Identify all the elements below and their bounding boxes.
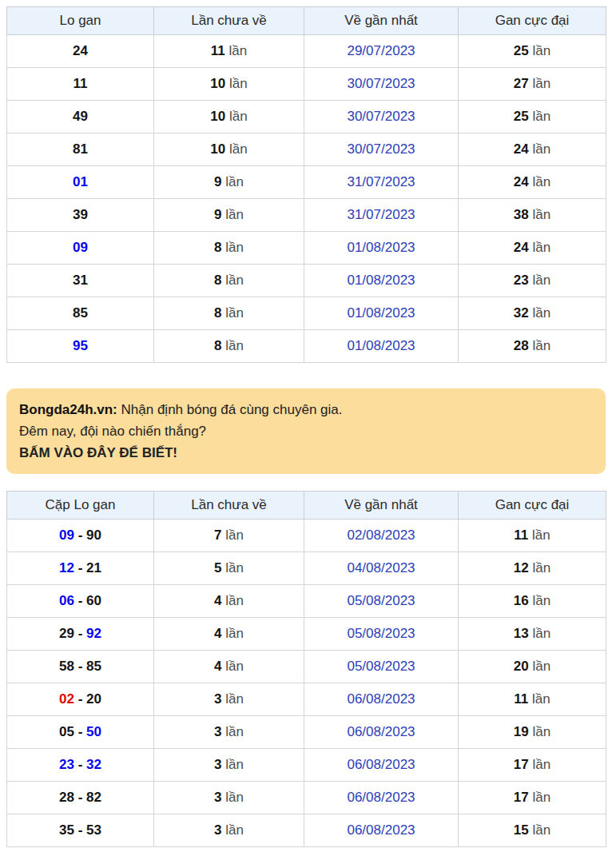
- pair-number-b: 20: [86, 691, 101, 707]
- table-row: 35 - 533 lần06/08/202315 lần: [7, 814, 606, 847]
- count-unit: lần: [225, 174, 244, 189]
- lo-gan-number[interactable]: 95: [73, 338, 88, 353]
- date-link[interactable]: 01/08/2023: [347, 305, 415, 321]
- pair-number-a[interactable]: 12: [59, 560, 74, 575]
- date-link[interactable]: 02/08/2023: [347, 528, 415, 543]
- times-missed-cell: 7 lần: [154, 520, 304, 552]
- pair-number-a[interactable]: 09: [59, 528, 74, 543]
- date-link[interactable]: 30/07/2023: [347, 109, 415, 124]
- pair-cell: 12 - 21: [7, 552, 154, 585]
- count-value: 9: [214, 207, 221, 222]
- times-missed-cell: 11 lần: [154, 35, 304, 68]
- count-value: 38: [514, 207, 529, 222]
- count-value: 10: [210, 141, 225, 157]
- date-link[interactable]: 01/08/2023: [347, 338, 415, 353]
- date-link[interactable]: 30/07/2023: [347, 76, 415, 91]
- lo-gan-number[interactable]: 01: [73, 174, 88, 189]
- count-value: 3: [214, 757, 221, 772]
- max-gan-cell: 17 lần: [459, 782, 606, 814]
- date-link[interactable]: 29/07/2023: [347, 43, 415, 58]
- max-gan-cell: 23 lần: [459, 265, 606, 297]
- count-unit: lần: [532, 174, 550, 189]
- count-unit: lần: [229, 43, 248, 58]
- date-link[interactable]: 06/08/2023: [347, 822, 415, 838]
- date-link[interactable]: 05/08/2023: [347, 659, 415, 674]
- count-value: 28: [514, 338, 529, 353]
- pair-number-a[interactable]: 06: [59, 593, 74, 608]
- date-link[interactable]: 04/08/2023: [347, 560, 415, 575]
- count-unit: lần: [532, 338, 550, 353]
- col-header-lo-gan: Lo gan: [7, 7, 154, 35]
- pair-table-header-row: Cặp Lo gan Lần chưa về Về gần nhất Gan c…: [7, 492, 606, 520]
- count-value: 8: [214, 305, 221, 321]
- pair-number-a[interactable]: 23: [59, 757, 74, 772]
- banner-cta-link[interactable]: BẤM VÀO ĐÂY ĐỂ BIẾT!: [19, 442, 593, 464]
- pair-number-a: 05: [59, 724, 74, 739]
- pair-number-a[interactable]: 02: [59, 691, 74, 707]
- pair-number-a: 28: [59, 790, 74, 805]
- lo-gan-number: 24: [73, 43, 88, 58]
- count-value: 3: [214, 724, 221, 739]
- date-link[interactable]: 05/08/2023: [347, 626, 415, 641]
- lo-gan-number: 31: [73, 273, 88, 288]
- lo-gan-number: 81: [73, 141, 88, 157]
- ad-banner[interactable]: Bongda24h.vn: Nhận định bóng đá cùng chu…: [6, 388, 606, 474]
- times-missed-cell: 4 lần: [154, 618, 304, 651]
- date-link[interactable]: 06/08/2023: [347, 724, 415, 739]
- pair-separator: -: [74, 528, 86, 543]
- count-unit: lần: [532, 141, 550, 157]
- max-gan-cell: 24 lần: [459, 232, 606, 265]
- table-row: 2411 lần29/07/202325 lần: [7, 35, 606, 68]
- table-row: 28 - 823 lần06/08/202317 lần: [7, 782, 606, 814]
- count-value: 10: [210, 109, 225, 124]
- pair-number-b[interactable]: 32: [86, 757, 101, 772]
- date-cell: 05/08/2023: [304, 651, 459, 683]
- date-link[interactable]: 31/07/2023: [347, 207, 415, 222]
- single-table-header-row: Lo gan Lần chưa về Về gần nhất Gan cực đ…: [7, 7, 606, 35]
- max-gan-cell: 27 lần: [459, 68, 606, 101]
- count-unit: lần: [532, 626, 550, 641]
- date-link[interactable]: 30/07/2023: [347, 141, 415, 157]
- count-unit: lần: [532, 560, 550, 575]
- date-cell: 01/08/2023: [304, 297, 459, 330]
- pair-number-b[interactable]: 92: [86, 626, 101, 641]
- lo-gan-cell: 09: [7, 232, 154, 265]
- date-cell: 05/08/2023: [304, 585, 459, 618]
- max-gan-cell: 24 lần: [459, 133, 606, 166]
- date-link[interactable]: 01/08/2023: [347, 240, 415, 255]
- max-gan-cell: 11 lần: [459, 683, 606, 716]
- pair-number-b[interactable]: 50: [86, 724, 101, 739]
- count-value: 12: [514, 560, 529, 575]
- count-unit: lần: [225, 790, 244, 805]
- date-link[interactable]: 05/08/2023: [347, 593, 415, 608]
- table-row: 8110 lần30/07/202324 lần: [7, 133, 606, 166]
- pair-number-a: 29: [59, 626, 74, 641]
- count-unit: lần: [532, 109, 550, 124]
- date-link[interactable]: 06/08/2023: [347, 757, 415, 772]
- lo-gan-cell: 81: [7, 133, 154, 166]
- lo-gan-cell: 11: [7, 68, 154, 101]
- pair-number-b: 85: [86, 659, 101, 674]
- count-value: 3: [214, 822, 221, 838]
- lo-gan-number[interactable]: 09: [73, 240, 88, 255]
- count-unit: lần: [532, 305, 550, 321]
- count-unit: lần: [225, 560, 244, 575]
- date-cell: 29/07/2023: [304, 35, 459, 68]
- max-gan-cell: 38 lần: [459, 199, 606, 232]
- table-row: 318 lần01/08/202323 lần: [7, 265, 606, 297]
- pair-cell: 28 - 82: [7, 782, 154, 814]
- date-link[interactable]: 06/08/2023: [347, 790, 415, 805]
- date-link[interactable]: 06/08/2023: [347, 691, 415, 707]
- pair-separator: -: [74, 691, 86, 707]
- max-gan-cell: 25 lần: [459, 101, 606, 133]
- date-cell: 01/08/2023: [304, 265, 459, 297]
- date-link[interactable]: 31/07/2023: [347, 174, 415, 189]
- date-cell: 06/08/2023: [304, 782, 459, 814]
- count-unit: lần: [225, 240, 244, 255]
- lo-gan-cell: 01: [7, 166, 154, 199]
- lo-gan-number: 11: [74, 76, 88, 91]
- table-row: 09 - 907 lần02/08/202311 lần: [7, 520, 606, 552]
- date-link[interactable]: 01/08/2023: [347, 273, 415, 288]
- banner-brand: Bongda24h.vn:: [19, 402, 117, 417]
- count-value: 24: [514, 240, 529, 255]
